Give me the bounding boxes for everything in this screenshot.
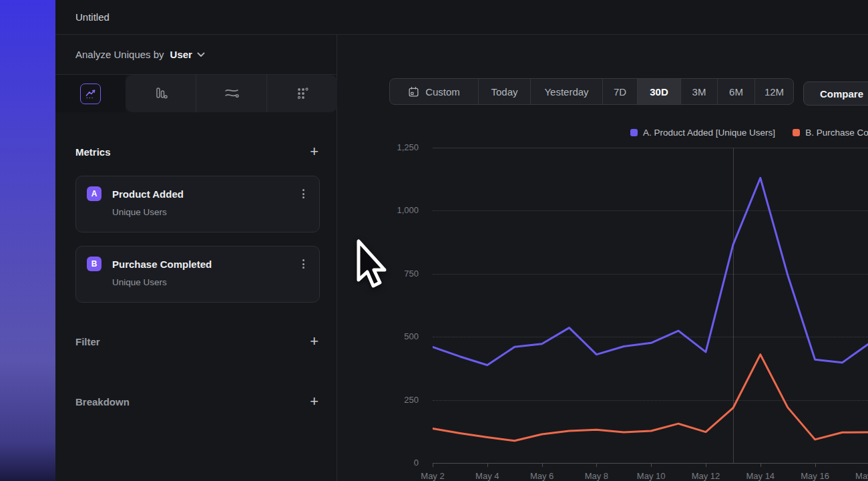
metric-card-b[interactable]: B Purchase Completed Unique Users bbox=[75, 246, 320, 303]
filter-label: Filter bbox=[75, 336, 100, 347]
x-axis-tick bbox=[433, 463, 433, 467]
metric-menu-button[interactable] bbox=[300, 257, 307, 271]
tab-flow[interactable] bbox=[196, 75, 266, 112]
metric-menu-button[interactable] bbox=[300, 186, 307, 201]
x-axis-tick bbox=[706, 463, 706, 467]
metrics-header: Metrics + bbox=[75, 142, 320, 162]
breakdown-label: Breakdown bbox=[75, 396, 130, 408]
add-filter-button[interactable]: + bbox=[308, 335, 320, 348]
x-axis-label: May 6 bbox=[522, 471, 562, 481]
y-axis-label: 250 bbox=[337, 395, 419, 405]
series-line-b[interactable] bbox=[433, 355, 868, 441]
tab-grid[interactable] bbox=[266, 75, 337, 112]
line-chart-icon bbox=[80, 84, 101, 104]
add-breakdown-button[interactable]: + bbox=[308, 395, 320, 408]
x-axis-tick bbox=[651, 463, 652, 467]
y-axis-label: 1,250 bbox=[337, 142, 419, 152]
metrics-label: Metrics bbox=[75, 146, 111, 158]
x-axis-tick bbox=[487, 463, 488, 467]
bar-chart-icon bbox=[154, 86, 168, 101]
chart-type-tabs bbox=[55, 75, 337, 112]
y-axis-label: 750 bbox=[337, 269, 419, 279]
metric-badge-a: A bbox=[87, 186, 101, 201]
x-axis-label: May 2 bbox=[413, 471, 453, 481]
x-axis-label: May 16 bbox=[795, 471, 835, 481]
tab-group bbox=[126, 75, 337, 112]
filter-header: Filter + bbox=[75, 331, 320, 351]
x-axis-label: May 12 bbox=[686, 471, 726, 481]
metric-subtitle[interactable]: Unique Users bbox=[112, 207, 307, 217]
x-axis-tick bbox=[542, 463, 543, 467]
x-axis-label: May 4 bbox=[467, 471, 507, 481]
x-axis-label: May 8 bbox=[576, 471, 616, 481]
sidebar: Analyze Uniques by User bbox=[55, 35, 337, 481]
tab-line-chart[interactable] bbox=[55, 75, 126, 112]
metric-badge-b: B bbox=[87, 257, 101, 271]
grid-dots-icon bbox=[295, 86, 310, 101]
series-svg bbox=[433, 148, 868, 463]
left-accent-strip bbox=[0, 0, 55, 481]
y-axis-label: 0 bbox=[337, 458, 419, 468]
flow-icon bbox=[224, 86, 240, 101]
analyze-by-select[interactable]: User bbox=[170, 49, 205, 60]
metric-subtitle[interactable]: Unique Users bbox=[112, 277, 307, 287]
x-axis-tick bbox=[815, 463, 816, 467]
gridline-0 bbox=[433, 463, 868, 464]
metric-name: Product Added bbox=[112, 188, 289, 200]
analyze-label: Analyze Uniques by bbox=[75, 49, 164, 60]
metric-name: Purchase Completed bbox=[112, 259, 289, 270]
breakdown-header: Breakdown + bbox=[75, 391, 320, 412]
y-axis-label: 500 bbox=[337, 331, 419, 341]
y-axis-label: 1,000 bbox=[337, 205, 419, 215]
series-line-a[interactable] bbox=[433, 178, 868, 365]
x-axis-tick bbox=[761, 463, 761, 467]
header: Untitled bbox=[55, 0, 868, 35]
x-axis-label: May 14 bbox=[740, 471, 781, 481]
x-axis-label: May 18 bbox=[849, 471, 868, 481]
line-chart[interactable]: 1,2501,0007505002500May 2May 4May 6May 8… bbox=[337, 35, 868, 481]
chevron-down-icon bbox=[197, 52, 205, 57]
analyze-by-value: User bbox=[170, 49, 192, 60]
chart-panel: Custom Today Yesterday 7D 30D 3M 6M 12M … bbox=[337, 35, 868, 481]
page-title: Untitled bbox=[75, 11, 110, 23]
x-axis-tick bbox=[596, 463, 597, 467]
add-metric-button[interactable]: + bbox=[308, 145, 320, 158]
metric-card-a[interactable]: A Product Added Unique Users bbox=[75, 176, 320, 232]
tab-bar-chart[interactable] bbox=[126, 75, 196, 112]
x-axis-label: May 10 bbox=[631, 471, 671, 481]
analyze-row: Analyze Uniques by User bbox=[55, 35, 337, 75]
